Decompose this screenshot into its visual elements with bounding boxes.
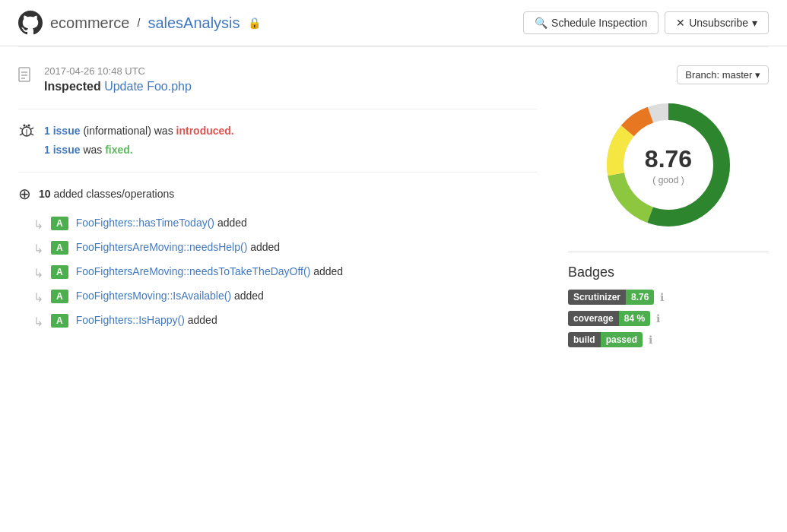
repo-name-link[interactable]: salesAnalysis bbox=[148, 14, 240, 32]
badges-section: Badges Scrutinizer 8.76 ℹ coverage 84 % … bbox=[568, 252, 769, 347]
search-icon: 🔍 bbox=[535, 17, 547, 29]
file-icon bbox=[18, 67, 35, 90]
class-link-4[interactable]: FooFightersMoving::IsAvailable() added bbox=[76, 290, 264, 302]
badge-row-scrutinizer: Scrutinizer 8.76 ℹ bbox=[568, 290, 769, 305]
svg-line-8 bbox=[20, 134, 22, 135]
inspection-timestamp: 2017-04-26 10:48 UTC bbox=[44, 65, 192, 77]
badge-scrutinizer-label: Scrutinizer bbox=[568, 290, 626, 305]
badge-coverage-value: 84 % bbox=[619, 311, 650, 326]
inspection-title: Inspected Update Foo.php bbox=[44, 80, 192, 93]
badge-build-value: passed bbox=[601, 332, 643, 347]
badge-a: A bbox=[51, 217, 68, 230]
arrow-icon: ↳ bbox=[33, 315, 43, 329]
info-icon-scrutinizer[interactable]: ℹ bbox=[660, 291, 664, 303]
list-item: ↳ A FooFighters::hasTimeToday() added bbox=[18, 212, 538, 236]
header-right: 🔍 Schedule Inspection ✕ Unsubscribe ▾ bbox=[523, 11, 769, 34]
svg-point-11 bbox=[28, 125, 30, 127]
schedule-inspection-button[interactable]: 🔍 Schedule Inspection bbox=[523, 11, 658, 34]
classes-header: ⊕ 10 added classes/operations bbox=[18, 185, 538, 203]
donut-score: 8.76 bbox=[645, 145, 692, 173]
chevron-down-icon: ▾ bbox=[752, 17, 757, 29]
chevron-down-icon: ▾ bbox=[755, 69, 760, 81]
arrow-icon: ↳ bbox=[33, 290, 43, 305]
class-item-3-text: FooFightersAreMoving::needsToTakeTheDayO… bbox=[76, 265, 343, 277]
github-icon bbox=[18, 11, 43, 35]
issue-1-suffix: (informational) was bbox=[83, 125, 176, 137]
badge-a: A bbox=[51, 265, 68, 279]
unsubscribe-label: Unsubscribe bbox=[689, 17, 748, 29]
branch-selector-button[interactable]: Branch: master ▾ bbox=[677, 65, 769, 84]
class-link-1[interactable]: FooFighters::hasTimeToday() added bbox=[76, 217, 247, 229]
badge-scrutinizer: Scrutinizer 8.76 bbox=[568, 290, 654, 305]
issue-2-suffix: was bbox=[83, 144, 105, 156]
bug-icon bbox=[18, 122, 35, 142]
list-item: ↳ A FooFightersMoving::IsAvailable() add… bbox=[18, 285, 538, 309]
classes-count: 10 added classes/operations bbox=[39, 188, 174, 200]
issues-section: 1 issue (informational) was introduced. … bbox=[18, 109, 538, 172]
left-panel: 2017-04-26 10:48 UTC Inspected Update Fo… bbox=[18, 65, 556, 353]
arrow-icon: ↳ bbox=[33, 266, 43, 280]
class-link-2[interactable]: FooFightersAreMoving::needsHelp() added bbox=[76, 241, 280, 253]
badge-row-coverage: coverage 84 % ℹ bbox=[568, 311, 769, 326]
issue-2-count-link[interactable]: 1 issue bbox=[44, 144, 80, 156]
class-link-3[interactable]: FooFightersAreMoving::needsToTakeTheDayO… bbox=[76, 265, 311, 277]
inspection-info: 2017-04-26 10:48 UTC Inspected Update Fo… bbox=[44, 65, 192, 93]
svg-rect-0 bbox=[19, 68, 30, 81]
svg-point-10 bbox=[24, 125, 26, 127]
svg-line-9 bbox=[31, 134, 33, 135]
issue-1-line: 1 issue (informational) was introduced. bbox=[44, 122, 234, 141]
introduced-label: introduced. bbox=[176, 125, 234, 137]
classes-section: ⊕ 10 added classes/operations ↳ A FooFig… bbox=[18, 172, 538, 346]
right-panel: Branch: master ▾ 8.76 ( bbox=[556, 65, 769, 353]
issue-1-count-link[interactable]: 1 issue bbox=[44, 125, 80, 137]
header: ecommerce / salesAnalysis 🔒 🔍 Schedule I… bbox=[0, 0, 787, 46]
schedule-inspection-label: Schedule Inspection bbox=[551, 17, 647, 29]
badge-row-build: build passed ℹ bbox=[568, 332, 769, 347]
inspection-header: 2017-04-26 10:48 UTC Inspected Update Fo… bbox=[18, 65, 538, 93]
close-icon: ✕ bbox=[676, 17, 685, 29]
fixed-label: fixed. bbox=[105, 144, 133, 156]
info-icon-coverage[interactable]: ℹ bbox=[656, 312, 660, 325]
svg-line-6 bbox=[20, 128, 22, 129]
header-left: ecommerce / salesAnalysis 🔒 bbox=[18, 11, 261, 35]
issue-2-line: 1 issue was fixed. bbox=[44, 141, 234, 160]
repo-owner: ecommerce bbox=[50, 14, 129, 32]
issue-lines: 1 issue (informational) was introduced. … bbox=[44, 122, 234, 160]
class-link-5[interactable]: FooFighters::IsHappy() added bbox=[76, 314, 217, 326]
branch-selector: Branch: master ▾ bbox=[568, 65, 769, 84]
branch-label: Branch: master bbox=[685, 69, 752, 81]
badge-build-label: build bbox=[568, 332, 601, 347]
list-item: ↳ A FooFightersAreMoving::needsToTakeThe… bbox=[18, 261, 538, 285]
list-item: ↳ A FooFighters::IsHappy() added bbox=[18, 309, 538, 334]
badge-coverage-label: coverage bbox=[568, 311, 619, 326]
plus-circle-icon: ⊕ bbox=[18, 185, 31, 203]
repo-separator: / bbox=[137, 17, 140, 29]
badge-a: A bbox=[51, 241, 68, 255]
arrow-icon: ↳ bbox=[33, 242, 43, 256]
donut-chart: 8.76 ( good ) bbox=[568, 97, 769, 233]
main-content: 2017-04-26 10:48 UTC Inspected Update Fo… bbox=[0, 47, 787, 372]
unsubscribe-button[interactable]: ✕ Unsubscribe ▾ bbox=[665, 11, 769, 34]
badge-a: A bbox=[51, 314, 68, 328]
badge-coverage: coverage 84 % bbox=[568, 311, 650, 326]
info-icon-build[interactable]: ℹ bbox=[649, 334, 652, 346]
badge-scrutinizer-value: 8.76 bbox=[626, 290, 654, 305]
badge-build: build passed bbox=[568, 332, 643, 347]
arrow-icon: ↳ bbox=[33, 217, 43, 232]
inspected-label: Inspected bbox=[44, 80, 101, 93]
commit-link[interactable]: Update Foo.php bbox=[104, 80, 192, 93]
list-item: ↳ A FooFightersAreMoving::needsHelp() ad… bbox=[18, 236, 538, 261]
badge-a: A bbox=[51, 290, 68, 303]
lock-icon: 🔒 bbox=[248, 17, 261, 29]
donut-center: 8.76 ( good ) bbox=[645, 145, 692, 185]
svg-line-7 bbox=[31, 128, 33, 129]
donut-label: ( good ) bbox=[652, 175, 684, 185]
badges-title: Badges bbox=[568, 264, 769, 280]
